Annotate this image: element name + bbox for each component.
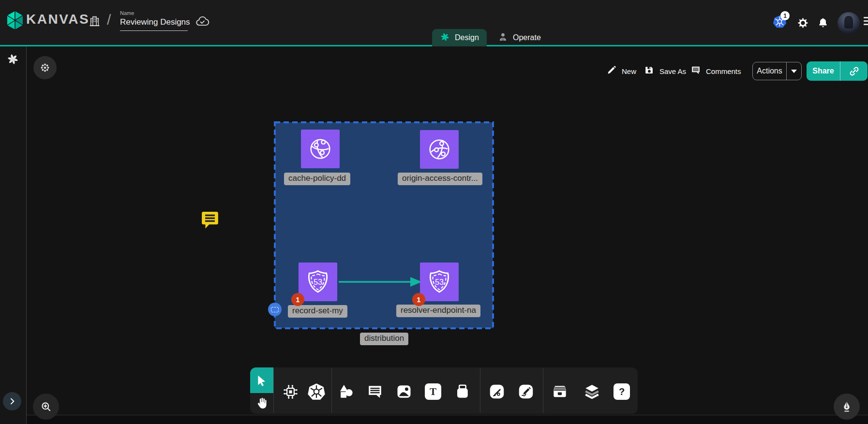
kanvas-logo-icon[interactable] xyxy=(6,10,24,32)
actions-dropdown-button[interactable]: Actions xyxy=(752,62,802,80)
select-tool-active[interactable] xyxy=(250,367,273,393)
floppy-save-icon xyxy=(644,65,655,77)
pen-path-icon xyxy=(488,383,506,400)
drawer-archive-icon xyxy=(551,382,569,401)
actions-caret-button[interactable] xyxy=(787,70,801,73)
chevron-down-icon xyxy=(791,70,797,73)
user-avatar[interactable] xyxy=(838,12,860,34)
chip-mesh-icon xyxy=(282,383,299,401)
components-loading-spinner xyxy=(33,56,57,79)
image-tool[interactable] xyxy=(395,374,413,409)
tab-design[interactable]: Design xyxy=(432,29,487,46)
freehand-pencil-icon xyxy=(517,383,535,400)
comments-button-label: Comments xyxy=(706,67,741,75)
pencil-icon xyxy=(606,65,617,77)
cursor-arrow-icon xyxy=(255,374,268,387)
sidebar-swirl-icon[interactable] xyxy=(6,53,19,68)
mesh-sync-tool[interactable] xyxy=(281,374,299,409)
new-button-label: New xyxy=(622,67,636,75)
kubernetes-tool[interactable] xyxy=(307,374,326,409)
breadcrumb-separator: / xyxy=(107,12,111,28)
operator-person-icon xyxy=(498,32,508,44)
comment-bubble-icon xyxy=(366,383,384,400)
tab-operate-label: Operate xyxy=(513,33,541,42)
expand-sidebar-button[interactable] xyxy=(3,392,21,410)
share-button-label: Share xyxy=(807,67,840,75)
pencil-tool[interactable] xyxy=(517,374,535,409)
brand-wordmark: KANVAS xyxy=(26,12,90,27)
node-origin-access-control[interactable] xyxy=(420,130,459,169)
kubernetes-helm-icon xyxy=(307,382,326,401)
name-field-label: Name xyxy=(120,10,188,16)
new-button[interactable]: New xyxy=(606,62,636,80)
toolbar-divider xyxy=(273,368,274,413)
toolbar-divider xyxy=(543,368,543,413)
menu-hamburger-icon[interactable] xyxy=(864,17,868,27)
shapes-icon xyxy=(337,383,355,401)
group-selection-handle[interactable] xyxy=(268,303,282,316)
node-label-origin-access-control[interactable]: origin-access-contr... xyxy=(398,173,482,185)
node-record-set[interactable]: 53 xyxy=(299,263,337,301)
link-icon xyxy=(848,65,860,77)
layers-tool[interactable] xyxy=(583,374,601,409)
comments-chat-icon xyxy=(690,65,701,77)
notes-tool[interactable] xyxy=(454,374,472,409)
actions-button-label: Actions xyxy=(753,67,786,75)
design-name-value[interactable]: Reviewing Designs xyxy=(120,17,188,31)
layers-icon xyxy=(583,383,601,401)
notifications-bell-icon[interactable] xyxy=(817,17,829,29)
canvas-comment-marker[interactable] xyxy=(199,208,221,231)
text-tool[interactable]: T xyxy=(424,374,442,409)
svg-text:53: 53 xyxy=(314,278,322,286)
image-icon xyxy=(395,383,413,400)
toolbar-divider xyxy=(480,368,480,413)
help-tool[interactable]: ? xyxy=(613,374,631,409)
dashed-rect-icon xyxy=(271,307,279,312)
top-header: KANVAS / Name Reviewing Designs xyxy=(0,0,868,46)
zoom-in-button[interactable] xyxy=(33,394,59,420)
help-icon: ? xyxy=(614,383,630,400)
left-sidebar xyxy=(0,46,27,424)
save-as-button-label: Save As xyxy=(659,67,686,75)
node-label-resolver-endpoint[interactable]: resolver-endpoint-na xyxy=(396,305,480,317)
app-window: KANVAS / Name Reviewing Designs xyxy=(0,0,868,424)
settings-gear-icon[interactable] xyxy=(797,17,809,29)
share-button[interactable]: Share xyxy=(807,61,868,81)
shapes-tool[interactable] xyxy=(337,374,355,409)
tab-operate[interactable]: Operate xyxy=(490,29,549,46)
toolbar-divider xyxy=(331,368,332,413)
text-tool-icon: T xyxy=(425,383,441,400)
node-label-cache-policy[interactable]: cache-policy-dd xyxy=(284,173,350,185)
comments-button[interactable]: Comments xyxy=(690,62,741,80)
node-cache-policy[interactable] xyxy=(301,130,340,168)
node-resolver-endpoint[interactable]: 53 xyxy=(420,263,459,301)
pan-hand-tool[interactable] xyxy=(255,395,269,411)
node-label-record-set[interactable]: record-set-my xyxy=(288,305,347,318)
save-as-button[interactable]: Save As xyxy=(644,62,686,80)
drawer-tool[interactable] xyxy=(551,374,569,409)
hand-icon xyxy=(255,395,269,411)
group-label-distribution[interactable]: distribution xyxy=(360,333,408,345)
tab-design-label: Design xyxy=(455,33,479,42)
organization-icon[interactable] xyxy=(88,14,102,30)
sticky-note-icon xyxy=(454,383,472,400)
kubernetes-context-badge: 1 xyxy=(780,11,790,20)
comment-tool[interactable] xyxy=(366,374,384,409)
pen-nib-button[interactable] xyxy=(834,394,860,420)
copy-link-button[interactable] xyxy=(840,65,868,77)
window-bottom-strip xyxy=(0,415,868,424)
design-swirl-icon xyxy=(440,32,450,44)
node-badge-record-set[interactable]: 1 xyxy=(291,293,304,306)
design-name-field[interactable]: Name Reviewing Designs xyxy=(120,10,188,31)
node-badge-resolver-endpoint[interactable]: 1 xyxy=(412,293,425,306)
cloud-saved-icon xyxy=(195,14,210,30)
svg-text:53: 53 xyxy=(435,278,444,286)
pen-tool[interactable] xyxy=(488,374,506,409)
